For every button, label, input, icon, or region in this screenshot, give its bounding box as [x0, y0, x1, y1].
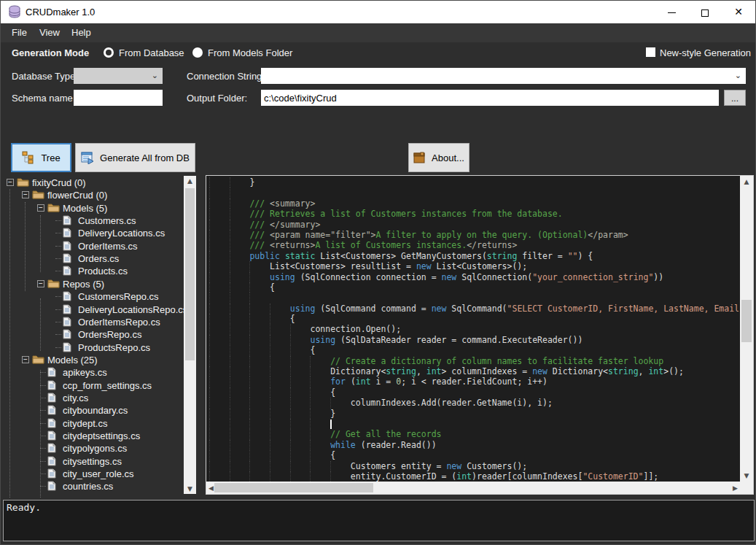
tree-item-label: citydept.cs — [63, 418, 107, 429]
code-token: { — [209, 387, 335, 398]
browse-folder-button[interactable]: ... — [724, 90, 746, 106]
collapse-icon[interactable]: − — [37, 280, 44, 287]
code-token: <returns> — [270, 240, 315, 250]
radio-from-models-folder[interactable] — [192, 47, 203, 58]
tree-item-label: city_user_role.cs — [63, 468, 134, 479]
tree-item-orders-cs[interactable]: Orders.cs — [1, 252, 184, 265]
code-token: </summary> — [270, 220, 320, 230]
menu-help[interactable]: Help — [71, 27, 91, 38]
collapse-icon[interactable]: − — [7, 179, 14, 186]
tree-item-customers-cs[interactable]: Customers.cs — [1, 214, 184, 227]
tree-item-city-user-role-cs[interactable]: city_user_role.cs — [1, 468, 184, 480]
status-log[interactable]: Ready. — [3, 500, 755, 541]
editor-vscrollbar[interactable]: ▲ ▼ — [740, 176, 753, 482]
generate-all-button[interactable]: Generate All from DB — [75, 143, 195, 172]
output-folder-input[interactable] — [261, 90, 719, 106]
tree-connector-stub — [40, 372, 46, 373]
tree-button[interactable]: Tree — [11, 143, 71, 172]
tree-item-ccp-form-settings-cs[interactable]: ccp_form_settings.cs — [1, 379, 184, 392]
tree-item-orderitemsrepo-cs[interactable]: OrderItemsRepo.cs — [1, 316, 184, 328]
collapse-icon[interactable]: − — [37, 204, 44, 212]
code-editor-text[interactable]: } /// <summary> /// Retrieves a list of … — [206, 176, 740, 482]
code-token: int — [426, 366, 442, 376]
scroll-left-icon[interactable]: ◀ — [209, 484, 214, 492]
connection-string-select[interactable]: ⌄ — [261, 68, 746, 84]
code-line — [209, 419, 740, 429]
tree-item-deliverylocations-cs[interactable]: DeliveryLocations.cs — [1, 227, 184, 239]
tree-connector-stub — [55, 322, 61, 322]
scroll-down-icon[interactable]: ▼ — [184, 485, 196, 492]
editor-vscrollbar-thumb[interactable] — [741, 300, 752, 342]
file-icon — [63, 215, 71, 228]
tree-scrollbar[interactable]: ▲ ▼ — [184, 176, 196, 494]
scroll-up-icon[interactable]: ▲ — [740, 178, 753, 185]
code-token: <summary> — [270, 198, 315, 209]
code-token: (SqlDataReader reader = command.ExecuteR… — [335, 335, 582, 345]
tree-item-orderitems-cs[interactable]: OrderItems.cs — [1, 240, 184, 252]
tree-item-apikeys-cs[interactable]: apikeys.cs — [1, 366, 184, 379]
code-token: <param name="filter"> — [270, 230, 375, 240]
tree-item-countries-cs[interactable]: countries.cs — [1, 480, 184, 492]
code-token: /// — [209, 230, 270, 240]
code-line: { — [209, 345, 740, 355]
code-token: ( — [346, 376, 356, 387]
scroll-up-icon[interactable]: ▲ — [184, 177, 196, 185]
maximize-icon — [701, 9, 709, 17]
newstyle-generation-checkbox[interactable] — [646, 47, 655, 57]
code-token: A list of Customers instances. — [315, 240, 467, 250]
tree-item-products-cs[interactable]: Products.cs — [1, 265, 184, 277]
radio-from-models-folder-label: From Models Folder — [208, 47, 292, 58]
code-line — [209, 188, 740, 198]
scroll-down-icon[interactable]: ▼ — [740, 472, 753, 479]
tree-scrollbar-thumb[interactable] — [185, 188, 195, 360]
tree-item-customersrepo-cs[interactable]: CustomersRepo.cs — [1, 290, 184, 303]
editor-hscrollbar[interactable]: ◀ ▶ — [206, 482, 740, 494]
tree-item-ordersrepo-cs[interactable]: OrdersRepo.cs — [1, 328, 184, 341]
maximize-button[interactable] — [688, 1, 722, 23]
tree-item-flowercrud-0[interactable]: −flowerCrud (0) — [1, 189, 184, 201]
tree-item-models-25[interactable]: −Models (25) — [1, 354, 184, 366]
tree-item-label: CustomersRepo.cs — [78, 291, 159, 302]
collapse-icon[interactable]: − — [22, 191, 29, 198]
code-token: </param> — [588, 230, 628, 240]
tree-item-citysettings-cs[interactable]: citysettings.cs — [1, 455, 184, 468]
file-icon — [63, 228, 71, 240]
code-token: new — [416, 261, 432, 271]
database-type-select[interactable]: ⌄ — [74, 68, 163, 84]
tree-item-repos-5[interactable]: −Repos (5) — [1, 278, 184, 290]
minimize-button[interactable] — [655, 1, 688, 23]
code-token: </returns> — [467, 240, 517, 250]
code-token: "" — [568, 251, 578, 261]
tree-item-models-5[interactable]: −Models (5) — [1, 202, 184, 214]
tree-item-citypolygons-cs[interactable]: citypolygons.cs — [1, 442, 184, 455]
tree-item-fixitycrud-0[interactable]: −fixityCrud (0) — [1, 177, 184, 189]
menu-file[interactable]: File — [12, 27, 27, 38]
radio-from-database[interactable] — [104, 47, 114, 58]
scroll-right-icon[interactable]: ▶ — [733, 484, 738, 492]
tree-item-cityboundary-cs[interactable]: cityboundary.cs — [1, 404, 184, 417]
collapse-icon[interactable]: − — [22, 356, 29, 363]
tree-item-citydeptsettings-cs[interactable]: citydeptsettings.cs — [1, 430, 184, 442]
schema-name-input[interactable] — [74, 90, 163, 106]
file-icon — [47, 443, 56, 455]
code-token: SqlConnection( — [456, 272, 532, 282]
about-button[interactable]: About... — [408, 143, 469, 172]
code-token — [209, 376, 330, 387]
indent-guide — [249, 293, 250, 303]
code-token: string — [608, 366, 639, 376]
tree-item-deliverylocationsrepo-cs[interactable]: DeliveryLocationsRepo.cs — [1, 304, 184, 316]
code-token: List<Customers> resultList = — [209, 261, 416, 271]
tree-connector-stub — [40, 486, 46, 487]
tree-connector-stub — [40, 385, 46, 386]
tree-item-citydept-cs[interactable]: citydept.cs — [1, 417, 184, 430]
code-token: )reader[columnIndexes[ — [472, 471, 582, 482]
tree-item-city-cs[interactable]: city.cs — [1, 392, 184, 404]
code-line: { — [209, 387, 740, 398]
code-line: using (SqlDataReader reader = command.Ex… — [209, 335, 740, 345]
menu-view[interactable]: View — [39, 27, 60, 38]
code-token: entity.CustomerID = ( — [209, 471, 456, 482]
tree-connector-stub — [55, 309, 61, 310]
close-button[interactable]: ✕ — [722, 1, 755, 23]
tree-item-productsrepo-cs[interactable]: ProductsRepo.cs — [1, 341, 184, 354]
editor-hscrollbar-thumb[interactable] — [214, 483, 373, 492]
